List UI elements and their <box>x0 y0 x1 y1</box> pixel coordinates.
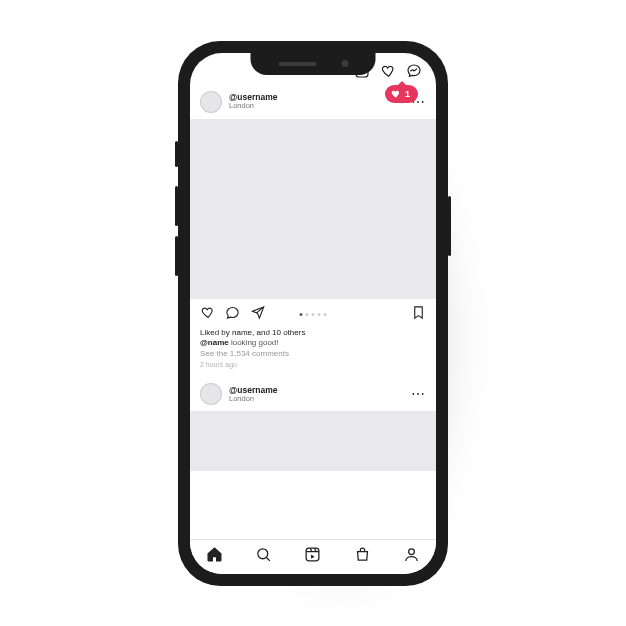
bottom-nav <box>190 539 436 574</box>
like-notification-count: 1 <box>405 89 410 99</box>
messenger-icon[interactable] <box>406 63 422 83</box>
carousel-indicator <box>300 313 327 316</box>
post-image[interactable] <box>190 411 436 471</box>
front-camera <box>341 60 348 67</box>
post-header: @username London ⋯ <box>190 377 436 411</box>
svg-line-4 <box>267 558 270 561</box>
nav-home[interactable] <box>206 546 223 567</box>
phone-frame: 1 @username London ⋯ <box>178 41 448 586</box>
nav-search[interactable] <box>255 546 272 567</box>
speaker <box>278 62 316 66</box>
heart-filled-icon <box>391 89 401 99</box>
screen: 1 @username London ⋯ <box>190 53 436 574</box>
save-button[interactable] <box>411 305 426 324</box>
comment-button[interactable] <box>225 305 240 324</box>
svg-point-9 <box>409 549 415 555</box>
like-notification-bubble[interactable]: 1 <box>385 85 418 103</box>
caption-text: looking good! <box>229 338 279 347</box>
location[interactable]: London <box>229 102 277 110</box>
notch <box>251 53 376 75</box>
nav-profile[interactable] <box>403 546 420 567</box>
share-button[interactable] <box>250 305 265 324</box>
svg-rect-5 <box>307 548 320 561</box>
timestamp: 2 hours ago <box>200 360 426 369</box>
svg-point-3 <box>258 549 268 559</box>
like-button[interactable] <box>200 305 215 324</box>
nav-reels[interactable] <box>304 546 321 567</box>
avatar[interactable] <box>200 383 222 405</box>
side-button-mute <box>175 141 178 167</box>
feed: 1 @username London ⋯ <box>190 53 436 574</box>
location[interactable]: London <box>229 395 277 403</box>
side-button-power <box>448 196 451 256</box>
post-image[interactable] <box>190 119 436 299</box>
caption-user[interactable]: @name <box>200 338 229 347</box>
liked-by-line[interactable]: Liked by name, and 10 others <box>200 328 426 339</box>
caption: @name looking good! <box>200 338 426 349</box>
avatar[interactable] <box>200 91 222 113</box>
view-comments[interactable]: See the 1,534 comments <box>200 349 426 360</box>
side-button-vol-up <box>175 186 178 226</box>
post-meta: Liked by name, and 10 others @name looki… <box>190 326 436 378</box>
heart-outline-icon[interactable] <box>380 63 396 83</box>
post-actions <box>190 299 436 326</box>
nav-shop[interactable] <box>354 546 371 567</box>
side-button-vol-down <box>175 236 178 276</box>
more-options-icon[interactable]: ⋯ <box>411 387 426 401</box>
